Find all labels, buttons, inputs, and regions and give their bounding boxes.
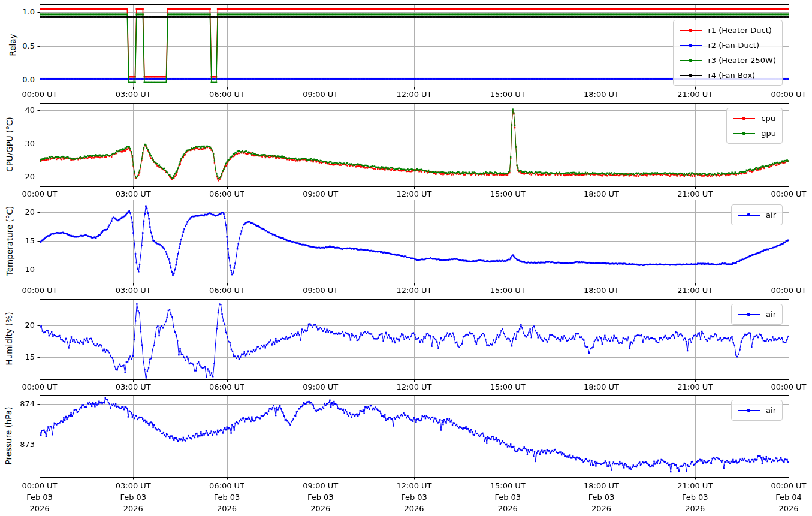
cpu_gpu-y-tick-label: 40 xyxy=(0,105,35,114)
air_temperature-x-tick-label: 18:00 UT xyxy=(573,286,630,295)
air_pressure-x-tick-label: 12:00 UTFeb 032026 xyxy=(385,480,443,514)
air_pressure-x-tick-label: 06:00 UTFeb 032026 xyxy=(198,480,256,514)
legend-item: air xyxy=(738,307,776,322)
legend-line-marker-icon xyxy=(680,60,702,61)
humidity-y-axis-label: Humidity (%) xyxy=(4,298,14,379)
relay-x-tick-label: 09:00 UT xyxy=(292,90,349,99)
air_pressure-y-tick-label: 874 xyxy=(0,399,35,408)
air_pressure-y-tick-label: 873 xyxy=(0,440,35,449)
relay-y-tick-label: 0.0 xyxy=(0,75,35,84)
legend-item: cpu xyxy=(733,111,776,126)
legend-item: r3 (Heater-250W) xyxy=(680,53,776,68)
relay-x-tick-label: 00:00 UT xyxy=(11,90,68,99)
legend-item: air xyxy=(738,207,776,222)
cpu_gpu-legend: cpugpu xyxy=(726,108,783,144)
relay-x-tick-label: 21:00 UT xyxy=(666,90,724,99)
relay-x-tick-label: 12:00 UT xyxy=(385,90,443,99)
legend-line-marker-icon xyxy=(738,410,760,411)
air_temperature-y-tick-label: 20 xyxy=(0,207,35,216)
relay-x-tick-label: 03:00 UT xyxy=(104,90,162,99)
cpu-gpu-plot-area xyxy=(35,98,793,191)
legend-line-marker-icon xyxy=(680,75,702,76)
air_temperature-x-tick-label: 12:00 UT xyxy=(385,286,443,295)
air_pressure-x-tick-label: 03:00 UTFeb 032026 xyxy=(104,480,162,514)
legend-label: r4 (Fan-Box) xyxy=(708,71,755,80)
legend-line-marker-icon xyxy=(680,45,702,46)
legend-label: air xyxy=(766,210,776,219)
air_pressure-x-tick-label: 15:00 UTFeb 032026 xyxy=(479,480,536,514)
legend-item: r1 (Heater-Duct) xyxy=(680,23,776,38)
temperature-plot-area xyxy=(35,195,793,288)
relay-x-tick-label: 06:00 UT xyxy=(198,90,256,99)
air_temperature-legend: air xyxy=(731,204,783,225)
legend-label: r3 (Heater-250W) xyxy=(708,56,776,65)
air_humidity-y-tick-label: 20 xyxy=(0,321,35,330)
air_pressure-x-tick-label: 09:00 UTFeb 032026 xyxy=(292,480,349,514)
relay-x-tick-label: 18:00 UT xyxy=(573,90,630,99)
air_temperature-y-tick-label: 15 xyxy=(0,236,35,245)
legend-item: r4 (Fan-Box) xyxy=(680,68,776,83)
legend-item: air xyxy=(738,403,776,418)
legend-line-marker-icon xyxy=(738,215,760,216)
air_temperature-x-tick-label: 03:00 UT xyxy=(104,286,162,295)
legend-line-marker-icon xyxy=(680,30,702,31)
legend-item: gpu xyxy=(733,126,776,141)
cpu_gpu-y-tick-label: 30 xyxy=(0,139,35,148)
air_temperature-x-tick-label: 06:00 UT xyxy=(198,286,256,295)
relay-y-tick-label: 1.0 xyxy=(0,7,35,16)
legend-line-marker-icon xyxy=(738,314,760,315)
legend-line-marker-icon xyxy=(733,133,755,134)
air_temperature-x-tick-label: 00:00 UT xyxy=(760,286,812,295)
air_temperature-x-tick-label: 09:00 UT xyxy=(292,286,349,295)
legend-line-marker-icon xyxy=(733,118,755,119)
air_temperature-x-tick-label: 15:00 UT xyxy=(479,286,536,295)
figure: Relay 0.00.51.000:00 UT03:00 UT06:00 UT0… xyxy=(0,0,812,516)
relay-y-tick-label: 0.5 xyxy=(0,41,35,50)
legend-label: cpu xyxy=(761,114,775,123)
air_humidity-y-tick-label: 15 xyxy=(0,352,35,361)
legend-item: r2 (Fan-Duct) xyxy=(680,38,776,53)
air_pressure-x-tick-label: 21:00 UTFeb 032026 xyxy=(666,480,724,514)
air_temperature-y-tick-label: 10 xyxy=(0,265,35,274)
relay-x-tick-label: 15:00 UT xyxy=(479,90,536,99)
air_temperature-x-tick-label: 00:00 UT xyxy=(11,286,68,295)
pressure-plot-area xyxy=(35,390,793,482)
air_pressure-legend: air xyxy=(731,400,783,421)
air_temperature-x-tick-label: 21:00 UT xyxy=(666,286,724,295)
relay-x-tick-label: 00:00 UT xyxy=(760,90,812,99)
air_pressure-x-tick-label: 18:00 UTFeb 032026 xyxy=(573,480,630,514)
cpu_gpu-y-tick-label: 20 xyxy=(0,172,35,181)
air_pressure-x-tick-label: 00:00 UTFeb 032026 xyxy=(11,480,68,514)
air_humidity-legend: air xyxy=(731,304,783,325)
legend-label: r1 (Heater-Duct) xyxy=(708,26,771,35)
air_pressure-x-tick-label: 00:00 UTFeb 042026 xyxy=(760,480,812,514)
legend-label: air xyxy=(766,406,776,415)
legend-label: gpu xyxy=(761,129,776,138)
legend-label: air xyxy=(766,310,776,319)
humidity-plot-area xyxy=(35,294,793,384)
legend-label: r2 (Fan-Duct) xyxy=(708,41,759,50)
relay-legend: r1 (Heater-Duct)r2 (Fan-Duct)r3 (Heater-… xyxy=(673,20,783,86)
